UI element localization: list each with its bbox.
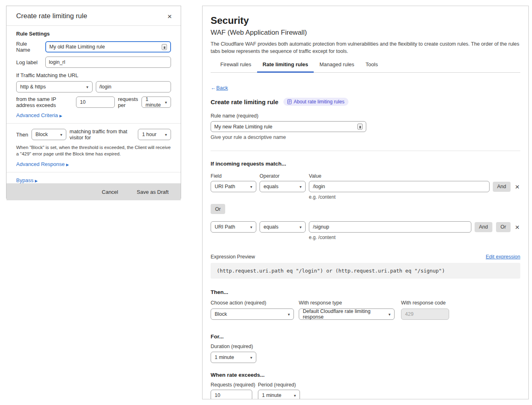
or-button[interactable]: Or	[496, 222, 511, 232]
requests-per-text: requests per	[118, 96, 138, 108]
back-arrow-icon: ←	[211, 85, 216, 91]
cancel-button[interactable]: Cancel	[102, 189, 118, 195]
expression-code: (http.request.uri.path eq "/login") or (…	[211, 263, 520, 279]
value-input[interactable]	[309, 181, 490, 192]
response-code-label: With response code	[401, 300, 449, 306]
rule-name-field[interactable]	[45, 41, 171, 52]
page-description: The Cloudflare WAF provides both automat…	[211, 41, 520, 55]
security-waf-panel: Security WAF (Web Application Firewall) …	[202, 6, 529, 399]
tab-firewall-rules[interactable]: Firewall rules	[215, 61, 257, 72]
condition-column-labels: Field Operator Value	[211, 173, 520, 179]
expand-right-icon: ▶	[35, 179, 38, 183]
value-input[interactable]	[309, 221, 471, 233]
page-subtitle: WAF (Web Application Firewall)	[211, 29, 520, 37]
requests-label: Requests (required)	[211, 382, 258, 388]
expression-preview-label: Expression Preview	[211, 254, 255, 260]
action-select[interactable]: Block ▾	[211, 308, 294, 320]
remove-condition-icon[interactable]: ×	[514, 183, 520, 191]
chevron-down-icon: ▾	[250, 185, 252, 189]
chevron-down-icon: ▾	[250, 355, 252, 360]
response-type-label: With response type	[299, 300, 395, 306]
block-note: When "Block" is set, when the threshold …	[16, 144, 171, 157]
close-icon[interactable]: ×	[167, 13, 173, 20]
save-as-draft-button[interactable]: Save as Draft	[137, 189, 169, 195]
operator-select[interactable]: equals ▾	[260, 181, 306, 192]
advanced-criteria-link[interactable]: Advanced Criteria ▶	[16, 112, 62, 118]
duration-select[interactable]: 1 minute ▾	[211, 352, 256, 363]
create-rule-heading: Create rate limiting rule	[211, 99, 279, 105]
response-type-select[interactable]: Default Cloudflare rate limiting respons…	[299, 308, 395, 320]
bypass-link[interactable]: Bypass ▶	[16, 177, 38, 183]
value-hint: e.g. /content	[309, 235, 520, 240]
remove-condition-icon[interactable]: ×	[514, 223, 520, 231]
expand-right-icon: ▶	[66, 163, 69, 167]
and-button[interactable]: And	[493, 182, 511, 192]
field-select[interactable]: URI Path ▾	[211, 181, 256, 192]
chevron-down-icon: ▾	[250, 225, 252, 229]
match-heading: If incoming requests match...	[211, 161, 520, 167]
and-button[interactable]: And	[475, 222, 492, 232]
modal-title: Create rate limiting rule	[16, 12, 87, 20]
operator-column-label: Operator	[260, 173, 309, 179]
condition-row: URI Path ▾ equals ▾ And ×	[211, 181, 520, 192]
document-icon	[287, 99, 291, 104]
or-button[interactable]: Or	[211, 204, 225, 214]
chevron-down-icon: ▾	[86, 85, 88, 89]
scheme-select[interactable]: http & https ▾	[16, 81, 93, 92]
create-rate-limit-modal: Create rate limiting rule × Rule Setting…	[6, 6, 181, 199]
log-label-label: Log label	[16, 59, 42, 65]
duration-label: Duration (required)	[211, 344, 520, 349]
divider	[211, 151, 520, 151]
page-title: Security	[211, 15, 520, 26]
action-select[interactable]: Block ▾	[32, 129, 66, 140]
rule-name-label: Rule name (required)	[211, 113, 520, 119]
about-rate-limiting-badge[interactable]: About rate limiting rules	[283, 98, 348, 106]
log-label-field[interactable]	[45, 57, 171, 68]
log-label-input[interactable]	[49, 59, 167, 65]
edit-expression-link[interactable]: Edit expression	[486, 254, 520, 260]
autofill-icon[interactable]	[357, 124, 363, 130]
condition-row: URI Path ▾ equals ▾ And Or ×	[211, 221, 520, 233]
url-input[interactable]	[99, 84, 168, 90]
rate-heading: When rate exceeds...	[211, 372, 520, 378]
rule-name-input[interactable]	[214, 124, 355, 130]
period-select[interactable]: 1 minute ▾	[258, 390, 300, 399]
modal-header: Create rate limiting rule ×	[6, 6, 181, 26]
expand-right-icon: ▶	[59, 114, 62, 118]
action-label: Choose action (required)	[211, 300, 294, 306]
rule-name-input[interactable]	[49, 44, 159, 50]
chevron-down-icon: ▾	[165, 100, 167, 105]
then-heading: Then...	[211, 289, 520, 295]
tab-managed-rules[interactable]: Managed rules	[314, 61, 360, 72]
for-heading: For...	[211, 334, 520, 340]
response-code-input	[401, 308, 449, 320]
tab-tools[interactable]: Tools	[360, 61, 383, 72]
chevron-down-icon: ▾	[294, 393, 296, 398]
chevron-down-icon: ▾	[300, 225, 302, 229]
divider	[6, 172, 181, 172]
tab-rate-limiting-rules[interactable]: Rate limiting rules	[257, 61, 314, 73]
modal-footer: Cancel Save as Draft	[6, 183, 181, 200]
requests-input[interactable]	[211, 390, 252, 399]
rule-name-label: Rule Name	[16, 41, 42, 53]
block-duration-select[interactable]: 1 hour ▾	[138, 129, 171, 140]
field-select[interactable]: URI Path ▾	[211, 221, 256, 233]
waf-tabs: Firewall rules Rate limiting rules Manag…	[211, 61, 520, 73]
chevron-down-icon: ▾	[388, 312, 391, 317]
url-field[interactable]	[96, 81, 171, 92]
advanced-response-link[interactable]: Advanced Response ▶	[16, 161, 69, 167]
chevron-down-icon: ▾	[288, 312, 290, 317]
period-select[interactable]: 1 minute ▾	[141, 97, 171, 108]
traffic-match-heading: If Traffic Matching the URL	[16, 72, 171, 78]
divider	[6, 123, 181, 124]
rule-name-help: Give your rule a descriptive name	[211, 134, 520, 140]
autofill-icon[interactable]	[162, 44, 167, 50]
rule-name-field[interactable]	[211, 121, 366, 132]
exceeds-text: from the same IP address exceeds	[16, 96, 73, 108]
chevron-down-icon: ▾	[165, 132, 167, 137]
requests-input[interactable]	[76, 97, 115, 108]
operator-select[interactable]: equals ▾	[260, 221, 306, 233]
then-middle-text: matching traffic from that visitor for	[70, 128, 135, 141]
back-link[interactable]: ←Back	[211, 85, 228, 91]
chevron-down-icon: ▾	[300, 185, 302, 189]
